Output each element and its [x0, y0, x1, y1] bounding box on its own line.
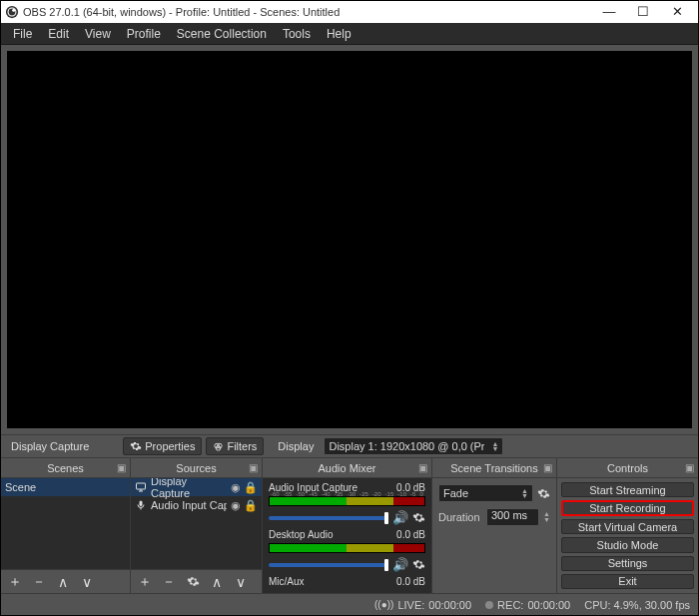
- eye-icon[interactable]: ◉: [231, 499, 241, 512]
- transitions-header[interactable]: Scene Transitions ▣: [432, 458, 556, 478]
- source-label: Display Capture: [151, 478, 227, 499]
- source-up-button[interactable]: ∧: [209, 574, 225, 590]
- scene-name: Scene: [5, 481, 36, 493]
- transitions-panel: Scene Transitions ▣ Fade ▲▼ Duration 300…: [432, 458, 557, 593]
- studio-mode-button[interactable]: Studio Mode: [561, 537, 694, 552]
- titlebar: OBS 27.0.1 (64-bit, windows) - Profile: …: [1, 1, 698, 23]
- mixer-title: Audio Mixer: [318, 462, 375, 474]
- rec-label: REC:: [497, 599, 523, 611]
- live-label: LIVE:: [397, 599, 424, 611]
- exit-button[interactable]: Exit: [561, 574, 694, 589]
- transition-type-value: Fade: [443, 487, 513, 499]
- lock-icon[interactable]: 🔒: [244, 481, 258, 494]
- duration-value: 300 ms: [491, 509, 527, 521]
- svg-rect-7: [140, 501, 143, 507]
- chevron-updown-icon: ▲▼: [492, 441, 499, 451]
- sources-title: Sources: [176, 462, 216, 474]
- source-down-button[interactable]: ∨: [233, 574, 249, 590]
- source-item[interactable]: Display Capture ◉ 🔒: [131, 478, 262, 496]
- audio-meter: [269, 543, 425, 553]
- gear-icon: [130, 440, 142, 452]
- chevron-updown-icon: ▲▼: [521, 488, 528, 498]
- lock-icon[interactable]: 🔒: [244, 499, 258, 512]
- minimize-button[interactable]: —: [592, 2, 626, 22]
- rec-status: REC: 00:00:00: [485, 599, 570, 611]
- speaker-icon[interactable]: 🔊: [392, 510, 408, 525]
- maximize-button[interactable]: ☐: [626, 2, 660, 22]
- add-source-button[interactable]: ＋: [137, 574, 153, 590]
- start-streaming-button[interactable]: Start Streaming: [561, 482, 694, 497]
- volume-slider[interactable]: [269, 516, 388, 520]
- context-bar: Display Capture Properties Filters Displ…: [1, 434, 698, 458]
- remove-source-button[interactable]: －: [161, 574, 177, 590]
- source-item[interactable]: Audio Input Captu. ◉ 🔒: [131, 496, 262, 514]
- scene-down-button[interactable]: ∨: [79, 574, 95, 590]
- settings-button[interactable]: Settings: [561, 556, 694, 571]
- preview-area: [1, 45, 698, 434]
- add-scene-button[interactable]: ＋: [7, 574, 23, 590]
- remove-scene-button[interactable]: －: [31, 574, 47, 590]
- popout-icon[interactable]: ▣: [249, 462, 258, 473]
- duration-input[interactable]: 300 ms: [486, 508, 539, 526]
- start-recording-button[interactable]: Start Recording: [561, 500, 694, 516]
- popout-icon[interactable]: ▣: [543, 462, 552, 473]
- controls-title: Controls: [607, 462, 648, 474]
- controls-header[interactable]: Controls ▣: [557, 458, 698, 478]
- menu-scene-collection[interactable]: Scene Collection: [171, 25, 273, 43]
- start-virtual-camera-button[interactable]: Start Virtual Camera: [561, 519, 694, 534]
- eye-icon[interactable]: ◉: [231, 481, 241, 494]
- mixer-channel: Mic/Aux 0.0 dB: [263, 572, 431, 587]
- menu-file[interactable]: File: [7, 25, 38, 43]
- menu-view[interactable]: View: [79, 25, 117, 43]
- transition-settings-button[interactable]: [537, 487, 550, 500]
- properties-button[interactable]: Properties: [123, 437, 202, 455]
- broadcast-icon: ((●)): [374, 599, 393, 610]
- mixer-channel: Audio Input Capture 0.0 dB -60-55-50-45-…: [263, 478, 431, 525]
- stepper-arrows[interactable]: ▲▼: [543, 511, 550, 523]
- meter-ticks: -60-55-50-45-40-35-30-25-20-15-10-50: [270, 491, 424, 497]
- scenes-list[interactable]: Scene: [1, 478, 130, 569]
- audio-meter: -60-55-50-45-40-35-30-25-20-15-10-50: [269, 496, 425, 506]
- sources-panel: Sources ▣ Display Capture ◉ 🔒 Audio Inpu…: [131, 458, 263, 593]
- monitor-icon: [135, 481, 147, 493]
- menu-tools[interactable]: Tools: [277, 25, 317, 43]
- popout-icon[interactable]: ▣: [117, 462, 126, 473]
- popout-icon[interactable]: ▣: [685, 462, 694, 473]
- scenes-header[interactable]: Scenes ▣: [1, 458, 130, 478]
- scene-up-button[interactable]: ∧: [55, 574, 71, 590]
- live-time: 00:00:00: [428, 599, 471, 611]
- sources-header[interactable]: Sources ▣: [131, 458, 262, 478]
- speaker-icon[interactable]: 🔊: [392, 557, 408, 572]
- mixer-panel: Audio Mixer ▣ Audio Input Capture 0.0 dB…: [263, 458, 432, 593]
- close-button[interactable]: ✕: [660, 2, 694, 22]
- display-label: Display: [272, 440, 320, 452]
- display-select[interactable]: Display 1: 1920x1080 @ 0,0 (Prima ▲▼: [324, 437, 503, 455]
- duration-label: Duration: [438, 511, 482, 523]
- mixer-header[interactable]: Audio Mixer ▣: [263, 458, 431, 478]
- volume-slider[interactable]: [269, 563, 388, 567]
- menu-profile[interactable]: Profile: [121, 25, 167, 43]
- popout-icon[interactable]: ▣: [418, 462, 427, 473]
- sources-toolbar: ＋ － ∧ ∨: [131, 569, 262, 593]
- docks: Scenes ▣ Scene ＋ － ∧ ∨ Sources ▣: [1, 458, 698, 593]
- channel-settings-button[interactable]: [412, 558, 425, 571]
- filters-button[interactable]: Filters: [206, 437, 264, 455]
- scenes-toolbar: ＋ － ∧ ∨: [1, 569, 130, 593]
- svg-rect-6: [137, 483, 146, 489]
- record-dot-icon: [485, 601, 493, 609]
- window-title: OBS 27.0.1 (64-bit, windows) - Profile: …: [23, 6, 592, 18]
- rec-time: 00:00:00: [527, 599, 570, 611]
- transitions-body: Fade ▲▼ Duration 300 ms ▲▼: [432, 478, 556, 538]
- channel-settings-button[interactable]: [412, 511, 425, 524]
- menu-help[interactable]: Help: [321, 25, 357, 43]
- preview-canvas[interactable]: [7, 51, 692, 428]
- source-settings-button[interactable]: [185, 574, 201, 590]
- context-source-label: Display Capture: [5, 440, 95, 452]
- sources-list[interactable]: Display Capture ◉ 🔒 Audio Input Captu. ◉…: [131, 478, 262, 569]
- obs-logo-icon: [5, 5, 19, 19]
- menu-edit[interactable]: Edit: [42, 25, 75, 43]
- channel-db: 0.0 dB: [396, 529, 425, 540]
- source-label: Audio Input Captu.: [151, 499, 227, 511]
- transition-type-select[interactable]: Fade ▲▼: [438, 484, 533, 502]
- scene-item[interactable]: Scene: [1, 478, 130, 496]
